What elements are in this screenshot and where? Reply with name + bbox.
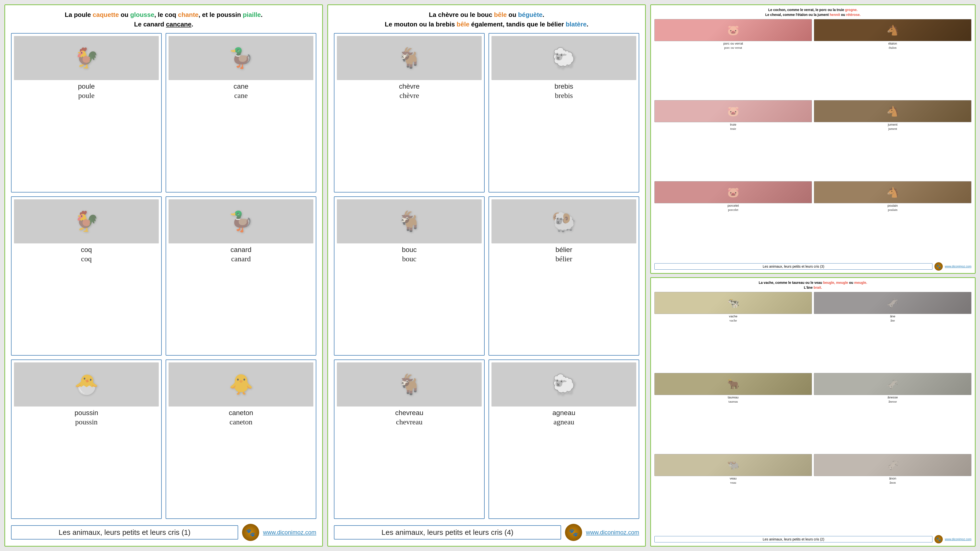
small-cursive-porc: porc ou verrat (724, 46, 742, 50)
sheep-icon: 🐑 (492, 36, 636, 80)
animal-img-chevreau: 🐐 (337, 362, 482, 407)
animal-card-coq: 🐓 coq coq (11, 196, 162, 356)
animal-img-chevre: 🐐 (337, 36, 482, 80)
bull-icon: 🐂 (655, 373, 812, 395)
header-bele2: bêle (457, 21, 469, 28)
chick-icon: 🐣 (14, 362, 159, 407)
piglet-icon: 🐷 (655, 181, 812, 203)
panel-3: Le cochon, comme le verrat, le porc ou l… (650, 5, 975, 274)
small-print-etalon: étalon (888, 41, 897, 45)
small-print-anon: ânon (889, 476, 896, 480)
animal-card-bouc: 🐐 bouc bouc (334, 196, 485, 356)
donkey-icon: 🫏 (814, 292, 971, 314)
goat-icon: 🐐 (337, 36, 482, 80)
animal-img-caneton: 🐥 (169, 362, 313, 407)
animal-card-chevre: 🐐 chèvre chèvre (334, 33, 485, 192)
panel-3-header: Le cochon, comme le verrat, le porc ou l… (654, 8, 971, 17)
small-card-truie: 🐷 truie truie (654, 100, 812, 179)
animal-img-belier: 🐏 (492, 199, 636, 243)
panel-2: La vache, comme le taureau ou le veau be… (650, 277, 975, 546)
small-card-porc: 🐷 porc ou verrat porc ou verrat (654, 19, 812, 98)
small-cursive-taureau: taureau (729, 400, 738, 403)
small-card-anesse: 🫏 ânesse ânesse (814, 373, 971, 452)
small-print-porc: porc ou verrat (723, 41, 743, 45)
right-column: Le cochon, comme le verrat, le porc ou l… (650, 5, 975, 546)
small-cursive-truie: truie (730, 127, 736, 131)
ram-icon: 🐏 (492, 199, 636, 243)
small-img-anon: 🫏 (814, 454, 971, 476)
animal-print-caneton: caneton (229, 409, 253, 417)
animal-cursive-belier: bélier (555, 255, 572, 263)
panel-2-footer: Les animaux, leurs petits et leurs cris … (654, 535, 971, 543)
footer-link-1[interactable]: www.diconimoz.com (263, 529, 316, 536)
small-print-anesse: ânesse (888, 395, 898, 399)
small-card-taureau: 🐂 taureau taureau (654, 373, 812, 452)
small-footer-link-3[interactable]: www.diconimoz.com (945, 265, 971, 268)
small-card-jument: 🐴 jument jument (814, 100, 971, 179)
small-print-taureau: taureau (728, 395, 738, 399)
small-cursive-anon: ânon (889, 481, 896, 484)
page-1-footer: Les animaux, leurs petits et leurs cris … (11, 524, 316, 541)
donkey-foal-icon: 🫏 (814, 454, 971, 476)
small-cursive-anesse: ânesse (889, 400, 897, 403)
sow-icon: 🐷 (655, 100, 812, 122)
small-cursive-porcelet: porcelet (728, 208, 738, 212)
panel-2-grid: 🐄 vache vache 🫏 âne âne 🐂 taureau taurea… (654, 292, 971, 533)
small-img-veau: 🐃 (654, 454, 812, 476)
brait-highlight: brait. (814, 286, 822, 289)
chicken-icon: 🐓 (14, 36, 159, 80)
small-cursive-vache: vache (729, 319, 737, 322)
hennit-highlight: hennit (830, 13, 840, 17)
reterose-highlight: rétérose. (846, 13, 861, 17)
foal-icon: 🐴 (814, 181, 971, 203)
small-footer-logo-3: 🐾 (934, 262, 943, 271)
small-card-porcelet: 🐷 porcelet porcelet (654, 181, 812, 260)
animal-card-cane: 🦆 cane cane (165, 33, 316, 192)
small-print-truie: truie (730, 123, 736, 126)
header-highlight-1: caquette (92, 11, 119, 18)
pig-icon: 🐷 (655, 19, 812, 41)
page-1: La poule caquette ou glousse, le coq cha… (5, 5, 323, 546)
beugle-highlight: beugle, meugle (823, 281, 848, 284)
animal-img-coq: 🐓 (14, 199, 159, 243)
grogne-highlight: grogne. (845, 8, 858, 12)
small-img-taureau: 🐂 (654, 373, 812, 395)
header-blatere: blatère (566, 21, 587, 28)
header-bele: bêle (494, 11, 507, 18)
mare-icon: 🐴 (814, 100, 971, 122)
animal-img-brebis: 🐑 (492, 36, 636, 80)
panel-3-footer: Les animaux, leurs petits et leurs cris … (654, 262, 971, 271)
footer-link-4[interactable]: www.diconimoz.com (586, 529, 639, 536)
animal-print-canard: canard (231, 246, 251, 254)
small-footer-link-2[interactable]: www.diconimoz.com (945, 538, 971, 541)
animal-cursive-cane: cane (234, 91, 248, 100)
animal-img-bouc: 🐐 (337, 199, 482, 243)
animal-cursive-caneton: caneton (229, 418, 252, 426)
animal-print-coq: coq (81, 246, 92, 254)
animal-cursive-poule: poule (78, 91, 95, 100)
small-img-truie: 🐷 (654, 100, 812, 122)
small-footer-label-3: Les animaux, leurs petits et leurs cris … (654, 263, 932, 270)
animal-cursive-chevre: chèvre (399, 91, 419, 100)
animal-print-bouc: bouc (402, 246, 417, 254)
header-highlight-5: cancane (166, 21, 191, 28)
small-img-poulain: 🐴 (814, 181, 971, 203)
animal-img-cane: 🦆 (169, 36, 313, 80)
panel-3-grid: 🐷 porc ou verrat porc ou verrat 🐴 étalon… (654, 19, 971, 260)
header-beguete: béguète (518, 11, 542, 18)
animal-print-cane: cane (234, 83, 248, 91)
animal-card-canard: 🦆 canard canard (165, 196, 316, 356)
animal-cursive-brebis: brebis (555, 91, 573, 100)
lamb-icon: 🐑 (492, 362, 636, 407)
small-img-etalon: 🐴 (814, 19, 971, 41)
animal-cursive-bouc: bouc (402, 255, 416, 263)
panel-2-header: La vache, comme le taureau ou le veau be… (654, 280, 971, 290)
animal-card-caneton: 🐥 caneton caneton (165, 359, 316, 519)
kid-icon: 🐐 (337, 362, 482, 407)
small-print-poulain: poulain (888, 204, 898, 207)
she-donkey-icon: 🫏 (814, 373, 971, 395)
small-card-anon: 🫏 ânon ânon (814, 454, 971, 533)
footer-label-1: Les animaux, leurs petits et leurs cris … (11, 525, 238, 540)
footer-logo-4: 🐾 (565, 524, 582, 541)
small-footer-label-2: Les animaux, leurs petits et leurs cris … (654, 536, 932, 542)
